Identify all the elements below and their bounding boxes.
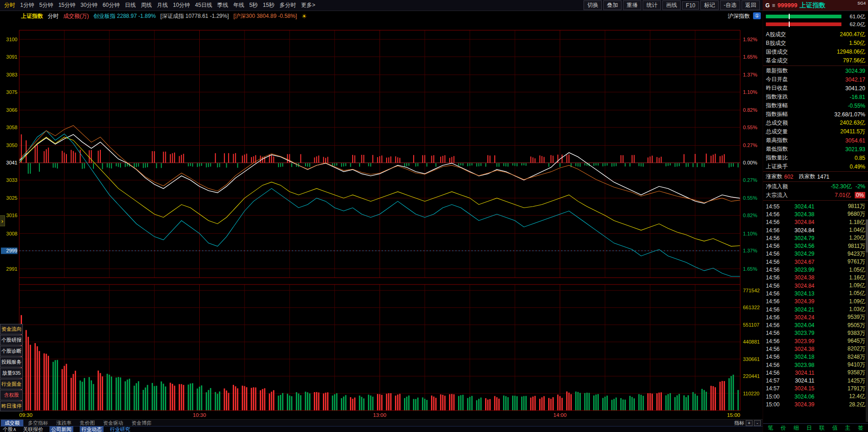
panel-tool-7[interactable]: 签 <box>858 424 863 432</box>
indicator-tab-1[interactable]: 多空指标 <box>24 420 52 427</box>
menu-period-9[interactable]: 10分钟 <box>170 0 192 10</box>
tick-list[interactable]: 14:553024.419811万14:563024.389680万14:563… <box>763 201 868 423</box>
menu-period-12[interactable]: 年线 <box>231 0 246 10</box>
tick-row[interactable]: 14:563024.049505万 <box>766 321 865 329</box>
panel-tool-5[interactable]: 值 <box>832 424 838 432</box>
chart-header: 上证指数 分时 成交额(万) 创业板指 2288.97 -1.89%[深证成指 … <box>0 11 763 21</box>
tick-row[interactable]: 14:563024.299423万 <box>766 250 865 258</box>
intraday-chart[interactable]: 31001.92%30911.65%30831.37%30751.10%3066… <box>0 21 763 419</box>
tick-row[interactable]: 14:563023.991.05亿 <box>766 266 865 273</box>
tick-row[interactable]: 14:563024.841.09亿 <box>766 282 865 290</box>
tick-row[interactable]: 14:563024.381.16亿 <box>766 274 865 282</box>
menu-period-0[interactable]: 分时 <box>2 0 17 10</box>
left-button-3[interactable]: 投顾服务 <box>0 357 23 367</box>
menu-action-1[interactable]: 叠加 <box>603 0 622 10</box>
menu-period-15[interactable]: 多分时 <box>277 0 298 10</box>
panel-tool-3[interactable]: 日 <box>806 424 812 432</box>
market-index-label[interactable]: 沪深指数 <box>728 12 750 20</box>
tick-row[interactable]: 14:553024.419811万 <box>766 202 865 210</box>
menu-period-5[interactable]: 60分钟 <box>100 0 122 10</box>
tick-row[interactable]: 14:573024.111425万 <box>766 377 865 385</box>
left-button-1[interactable]: 个股研报 <box>0 335 23 345</box>
menu-period-14[interactable]: 15秒 <box>261 0 277 10</box>
menu-period-2[interactable]: 5分钟 <box>37 0 56 10</box>
zoom-in-button[interactable]: + <box>746 420 753 426</box>
left-button-0[interactable]: 资金流向 <box>0 324 23 334</box>
panel-tool-6[interactable]: 主 <box>845 424 851 432</box>
panel-tool-0[interactable]: 笔 <box>768 424 773 432</box>
bottom-link-2[interactable]: 公司新闻 <box>49 426 73 432</box>
svg-text:3025: 3025 <box>6 195 17 201</box>
bottom-link-0[interactable]: 个股∧ <box>3 426 16 432</box>
menu-action-2[interactable]: 重播 <box>623 0 641 10</box>
bottom-links: 个股∧关联报价公司新闻行业动态行业研究 <box>0 426 763 432</box>
indicator-tab-3[interactable]: 竞价图 <box>76 420 98 427</box>
menu-action-5[interactable]: F10 <box>682 1 699 10</box>
left-button-7[interactable]: 昨日涨停 <box>0 401 23 411</box>
left-button-2[interactable]: 个股诊断 <box>0 346 23 356</box>
tick-volume: 12.4亿 <box>814 393 865 400</box>
menu-action-7[interactable]: -自选 <box>720 0 740 10</box>
menu-period-6[interactable]: 日线 <box>122 0 138 10</box>
menu-period-4[interactable]: 30分钟 <box>78 0 100 10</box>
sun-icon[interactable]: ☀ <box>301 13 307 20</box>
menu-period-3[interactable]: 15分钟 <box>56 0 77 10</box>
menu-action-6[interactable]: 标记 <box>700 0 719 10</box>
bottom-link-4[interactable]: 行业研究 <box>110 426 130 432</box>
tick-row[interactable]: 14:563024.569811万 <box>766 242 865 250</box>
left-button-6[interactable]: 含权股 <box>0 390 23 400</box>
tick-row[interactable]: 14:563024.188248万 <box>766 353 865 361</box>
tick-volume: 9423万 <box>814 250 865 258</box>
left-button-5[interactable]: 行业掘金 <box>0 379 23 389</box>
zoom-out-button[interactable]: - <box>754 420 761 426</box>
panel-tool-2[interactable]: 细 <box>793 424 799 432</box>
tick-row[interactable]: 14:563024.791.20亿 <box>766 234 865 242</box>
bottom-link-3[interactable]: 行业动态 <box>80 426 104 432</box>
tick-row[interactable]: 14:563024.679761万 <box>766 258 865 266</box>
menu-period-13[interactable]: 5秒 <box>247 0 260 10</box>
tick-row[interactable]: 15:003024.0612.4亿 <box>766 393 865 400</box>
tick-row[interactable]: 14:563024.391.09亿 <box>766 298 865 306</box>
indicator-tab-0[interactable]: 成交额 <box>1 420 23 427</box>
chart-period-label[interactable]: 分时 <box>48 12 59 20</box>
hamburger-icon[interactable]: ≡ <box>772 2 775 9</box>
menu-action-8[interactable]: 返回 <box>742 0 760 10</box>
tick-row[interactable]: 14:563024.119358万 <box>766 369 865 377</box>
menu-period-1[interactable]: 1分钟 <box>18 0 37 10</box>
bottom-link-1[interactable]: 关联报价 <box>23 426 43 432</box>
tick-scrollbar[interactable] <box>866 219 868 422</box>
tick-row[interactable]: 14:563023.989410万 <box>766 361 865 369</box>
tick-row[interactable]: 14:563023.799383万 <box>766 329 865 337</box>
tick-row[interactable]: 14:563024.211.03亿 <box>766 306 865 313</box>
menu-period-10[interactable]: 45日线 <box>193 0 214 10</box>
stat-label: 国债成交 <box>766 48 788 56</box>
tick-row[interactable]: 14:563023.999645万 <box>766 337 865 345</box>
menu-action-0[interactable]: 切换 <box>584 0 602 10</box>
expand-left-arrow[interactable]: › <box>0 215 5 226</box>
menu-period-11[interactable]: 季线 <box>215 0 230 10</box>
menu-action-3[interactable]: 统计 <box>643 0 661 10</box>
tick-row[interactable]: 14:563024.841.04亿 <box>766 226 865 234</box>
menu-period-16[interactable]: 更多> <box>299 0 317 10</box>
menu-period-8[interactable]: 月线 <box>154 0 170 10</box>
indicator-tab-2[interactable]: 涨跌率 <box>53 420 75 427</box>
tick-row[interactable]: 15:003024.3928.2亿 <box>766 400 865 408</box>
tick-row[interactable]: 14:563024.388202万 <box>766 345 865 353</box>
index-header[interactable]: G ≡ 999999 上证指数 SG4 <box>763 0 868 11</box>
tick-row[interactable]: 14:563024.389680万 <box>766 210 865 218</box>
menu-action-4[interactable]: 画线 <box>662 0 681 10</box>
left-button-4[interactable]: 放量935 <box>0 368 23 378</box>
tick-row[interactable]: 14:563024.841.18亿 <box>766 219 865 226</box>
scrollbar-thumb[interactable] <box>866 219 868 252</box>
indicator-tab-4[interactable]: 资金驱动 <box>99 420 127 427</box>
indicator-tab-5[interactable]: 资金博弈 <box>128 420 155 427</box>
tick-row[interactable]: 14:573024.151791万 <box>766 385 865 393</box>
indicator-label[interactable]: 指标 <box>734 420 744 427</box>
tick-row[interactable]: 14:563024.131.05亿 <box>766 290 865 297</box>
info-icon[interactable]: ① <box>753 12 761 19</box>
menu-period-7[interactable]: 周线 <box>138 0 154 10</box>
panel-tool-1[interactable]: 价 <box>781 424 786 432</box>
panel-tool-4[interactable]: 联 <box>819 424 825 432</box>
tick-row[interactable]: 14:563024.249539万 <box>766 313 865 321</box>
svg-text:0.82%: 0.82% <box>743 213 757 218</box>
